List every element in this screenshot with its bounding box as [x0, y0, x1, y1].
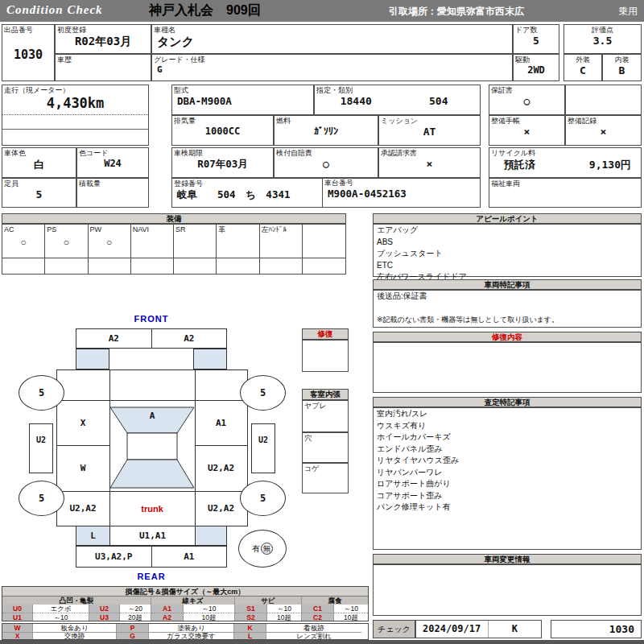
- headlight-left: [76, 349, 109, 369]
- color-code-value: W24: [77, 158, 148, 169]
- trunk-label: trunk: [109, 491, 195, 526]
- rear-bumper-right: A1: [152, 547, 227, 567]
- color-code-label: 色コード: [77, 148, 148, 158]
- spare-no-label: 無: [261, 543, 273, 555]
- footer-bar: [0, 640, 644, 644]
- warranty-cell: 保証書 ○: [489, 85, 565, 115]
- mileage-empty-row2: [2, 129, 148, 145]
- exterior-grade-cell: 外装 C: [564, 54, 602, 81]
- inspection-expiry-cell: 車検期限 R07年03月: [171, 147, 274, 178]
- warranty-empty-cell: [565, 85, 642, 115]
- special-notes-line: 後送品:保証書: [374, 291, 641, 303]
- transmission-value: AT: [379, 126, 480, 138]
- appeal-item: ABS: [374, 237, 641, 249]
- body-color-value: 白: [2, 158, 76, 172]
- capacity-value: 5: [2, 188, 76, 200]
- cabin-row-tear: ヤブレ: [302, 400, 349, 432]
- color-code-cell: 色コード W24: [76, 147, 149, 178]
- front-bumper: A2 A2: [76, 328, 227, 349]
- recycle-fee-value: 9,130円: [589, 158, 631, 172]
- damage-legend-groups: 凸凹・亀裂 線キズ サビ 腐食: [2, 597, 368, 605]
- assessment-item: コアサポート歪み: [374, 490, 641, 502]
- vehicle-class: 乗用: [618, 5, 638, 19]
- left-rocker-code: U2: [29, 423, 53, 473]
- maintenance-record-value: ×: [566, 126, 641, 138]
- assessment-item: 室内汚れ/スレ: [374, 408, 641, 420]
- transmission-label: ミッション: [379, 116, 480, 126]
- appeal-item: プッシュスタート: [374, 248, 641, 260]
- wheel-front-left: 5: [19, 375, 64, 411]
- score-cell: 評価点 3.5: [564, 24, 642, 54]
- score-value: 3.5: [564, 35, 641, 47]
- grade-label: グレード・仕様: [152, 55, 512, 64]
- maintenance-book-cell: 整備手帳 ×: [489, 115, 565, 146]
- doors-label: ドア数: [514, 25, 559, 35]
- inspection-expiry-label: 車検期限: [172, 148, 273, 158]
- repair-details-section-header: 修復内容: [373, 332, 642, 342]
- equipment-cell-pw: PW○: [89, 225, 131, 258]
- capacity-cell: 定員 5: [2, 178, 76, 208]
- change-info-box: [373, 564, 642, 616]
- pickup-location: 引取場所：愛知県弥富市西末広: [389, 5, 524, 19]
- type-class-cell: 指定・類別 18440 504: [314, 85, 481, 115]
- wheel-front-right: 5: [240, 375, 286, 411]
- interior-grade-cell: 内装 B: [602, 54, 642, 81]
- first-registration-label: 初度登録: [56, 25, 151, 35]
- cabin-row-hole: 穴: [302, 432, 349, 463]
- displacement-value: 1000CC: [172, 126, 273, 137]
- title-bar: Condition Check 神戸入札会 909回 引取場所：愛知県弥富市西末…: [0, 0, 644, 22]
- check-date: 2024/09/17: [416, 621, 489, 638]
- doors-value: 5: [514, 35, 559, 47]
- damage-legend-row: U0 エクボ U2 ～20 A1 ～10 S1 ～10 C1 ～10: [2, 605, 368, 613]
- damage-legend-table: 損傷記号＆損傷サイズ（～最大cm） 凸凹・亀裂 線キズ サビ 腐食 U0 エクボ…: [2, 586, 369, 621]
- insurance-label: 検付自賠責: [275, 148, 378, 158]
- brand-logo: Condition Check: [6, 3, 103, 17]
- recycle-fee-cell: リサイクル料 預託済 9,130円: [489, 147, 642, 178]
- assessment-item: リヤバンパーワレ: [374, 467, 641, 479]
- right-rear-door-code: U2,A2: [195, 445, 247, 491]
- wheel-rear-left: 5: [19, 481, 64, 516]
- approval-request-value: ×: [379, 158, 480, 170]
- exterior-grade-label: 外装: [564, 55, 601, 64]
- mileage-label: 走行（現メーター）: [2, 85, 148, 95]
- body-color-label: 車体色: [2, 148, 76, 158]
- welfare-vehicle-label: 福祉車両: [489, 179, 641, 188]
- wheel-rear-right: 5: [240, 481, 286, 516]
- drive-value: 2WD: [514, 64, 559, 76]
- rear-bumper: U3,A2,P A1: [76, 546, 227, 568]
- equipment-cell-leather: 革: [217, 225, 259, 258]
- model-name-cell: 車種名 タンク: [151, 24, 513, 54]
- right-front-door-code: A1: [195, 400, 247, 445]
- maintenance-record-label: 整備記録: [566, 116, 641, 126]
- mark-legend-table: W 板金あり P 塗装あり K 看板跡 X 交換跡 G ガラス交換要す L レン…: [2, 623, 369, 640]
- front-bumper-right: A2: [152, 329, 227, 348]
- maintenance-book-value: ×: [489, 126, 564, 138]
- assessment-item: ロアサポート曲がり: [374, 478, 641, 490]
- recycle-status-value: 預託済: [504, 158, 535, 172]
- chassis-number-cell: 車台番号 M900A-0452163: [322, 178, 481, 208]
- equipment-table: AC○ PS○ PW○ NAVI SR 革 左ﾊﾝﾄﾞﾙ: [2, 224, 346, 275]
- exterior-grade-value: C: [564, 64, 601, 76]
- rear-bumper-left: U3,A2,P: [76, 547, 152, 567]
- equipment-cell-sr: SR: [174, 225, 217, 258]
- assessment-item: ホイールカバーキズ: [374, 431, 641, 444]
- interior-grade-value: B: [603, 64, 641, 76]
- grade-cell: グレード・仕様 G: [151, 54, 513, 81]
- fuel-label: 燃料: [275, 116, 378, 126]
- special-notes-section-header: 車両特記事項: [373, 279, 642, 290]
- equipment-cell-ps: PS○: [45, 225, 88, 258]
- assessment-item: エンドパネル歪み: [374, 444, 641, 456]
- model-name-label: 車種名: [152, 25, 512, 35]
- fuel-cell: 燃料 ｶﾞｿﾘﾝ: [274, 115, 378, 146]
- appeal-section-header: アピールポイント: [373, 213, 642, 224]
- transmission-cell: ミッション AT: [378, 115, 481, 146]
- right-rocker-code: U2: [251, 423, 275, 473]
- lot-number-value: 1030: [2, 47, 54, 62]
- assessment-section-header: 査定特記事項: [373, 397, 642, 407]
- appeal-item: ETC: [374, 260, 641, 272]
- equipment-cell-extra: [303, 225, 345, 258]
- damage-legend-title: 損傷記号＆損傷サイズ（～最大cm）: [2, 587, 368, 597]
- appeal-item: エアバッグ: [374, 225, 641, 237]
- car-history-cell: 車歴: [55, 54, 151, 81]
- model-code-value: DBA-M900A: [172, 95, 313, 107]
